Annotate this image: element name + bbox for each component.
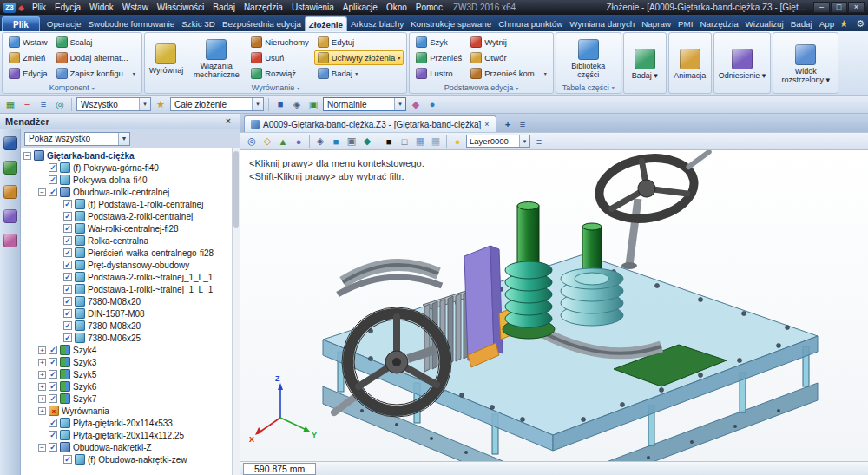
ribbon-button-otwór[interactable]: Otwór	[467, 50, 549, 65]
layer-select[interactable]: Layer0000▾	[466, 135, 530, 148]
extrude-icon[interactable]: ●	[292, 135, 306, 148]
visibility-checkbox[interactable]: ✓	[49, 370, 57, 379]
tree-scrollbar[interactable]	[232, 148, 240, 475]
visibility-checkbox[interactable]: ✓	[63, 236, 72, 245]
ribbon-button-scalaj[interactable]: Scalaj	[53, 35, 139, 49]
favorite-filter-icon[interactable]: ★	[154, 97, 168, 111]
ribbon-button-animacja[interactable]: Animacja	[672, 46, 708, 80]
ribbon-button-dodaj-alternat[interactable]: Dodaj alternat...	[53, 50, 139, 65]
visibility-checkbox[interactable]: ✓	[49, 394, 57, 403]
expand-icon[interactable]: +	[38, 407, 46, 415]
ribbon-tab-wymiana-danych[interactable]: Wymiana danych	[566, 16, 638, 31]
favorites-icon[interactable]: ★	[838, 17, 850, 30]
visibility-checkbox[interactable]: ✓	[49, 443, 57, 452]
ribbon-tab-chmura-punktów[interactable]: Chmura punktów	[495, 16, 566, 31]
minimize-button[interactable]: –	[813, 2, 830, 13]
ribbon-button-zapisz-konfigu[interactable]: Zapisz konfigu...▾	[53, 66, 139, 81]
file-menu-button[interactable]: Plik	[2, 16, 40, 31]
menu-właściwości[interactable]: Właściwości	[153, 3, 208, 12]
expand-icon[interactable]: +	[38, 383, 46, 391]
layer-manager-icon[interactable]: ≡	[532, 135, 546, 148]
tree-item-płyta-giętarki-20x114x533[interactable]: ✓Płyta-giętarki-20x114x533	[23, 417, 232, 429]
menu-narzędzia[interactable]: Narzędzia	[240, 3, 287, 12]
ribbon-tab-szkic-3d[interactable]: Szkic 3D	[178, 16, 219, 31]
new-tab-icon[interactable]: +	[502, 117, 515, 130]
ribbon-tab-arkusz-blachy[interactable]: Arkusz blachy	[347, 16, 407, 31]
visibility-checkbox[interactable]: ✓	[63, 285, 72, 294]
tree-item-f-podstawa-1-rolki-centralnej[interactable]: ✓(f) Podstawa-1-rolki-centralnej	[23, 198, 232, 210]
tree-item-giętarka-band-ciężka[interactable]: −Giętarka-band-ciężka	[23, 149, 232, 162]
visibility-checkbox[interactable]: ✓	[49, 346, 57, 354]
ribbon-button-edycja[interactable]: Edycja	[5, 66, 51, 81]
visibility-checkbox[interactable]: ✓	[63, 212, 72, 221]
ribbon-tab-pmi[interactable]: PMI	[674, 16, 696, 31]
assembly-panel-icon[interactable]	[3, 185, 17, 199]
display-state-icon[interactable]: ▣	[306, 97, 320, 111]
tree-item-7380-m06x25[interactable]: ✓7380-M06x25	[23, 332, 232, 344]
tree-item-szyk6[interactable]: +✓Szyk6	[23, 380, 232, 393]
display-mode-select[interactable]: Normalnie▾	[323, 97, 406, 111]
ribbon-button-lustro[interactable]: Lustro	[412, 66, 465, 81]
tree-item-obudowa-rolki-centralnej[interactable]: −✓Obudowa-rolki-centralnej	[23, 186, 232, 198]
ribbon-button-biblioteka-części[interactable]: Biblioteka części	[559, 36, 618, 79]
ribbon-button-wyrównaj[interactable]: Wyrównaj	[148, 41, 185, 75]
ribbon-tab-złożenie[interactable]: Złożenie	[305, 16, 347, 31]
section-icon[interactable]: ◆	[360, 135, 374, 148]
visibility-checkbox[interactable]: ✓	[63, 321, 72, 330]
layers-icon[interactable]: ▦	[3, 97, 17, 111]
dialog-launcher-icon[interactable]: ▾	[297, 85, 299, 91]
visibility-checkbox[interactable]: ✓	[63, 224, 72, 233]
visibility-checkbox[interactable]: ✓	[49, 419, 57, 427]
tree-item-f-pokrywa-górna-fi40[interactable]: ✓(f) Pokrywa-górna-fi40	[23, 162, 232, 174]
tree-item-wał-rolki-centralnej-fi28[interactable]: ✓Wał-rolki-centralnej-fi28	[23, 222, 232, 234]
menu-plik[interactable]: Plik	[28, 3, 50, 12]
menu-pomoc[interactable]: Pomoc	[411, 3, 447, 12]
ribbon-button-badaj[interactable]: Badaj▾	[314, 66, 404, 81]
tree-item-pokrywa-dolna-fi40[interactable]: ✓Pokrywa-dolna-fi40	[23, 174, 232, 186]
document-tab[interactable]: A0009-Giętarka-band-ciężka.Z3 - [Giętark…	[244, 115, 496, 132]
shaded-icon[interactable]: ■	[329, 135, 343, 148]
viewport-3d[interactable]: <Kliknij prawy> dla menu kontekstowego. …	[240, 150, 868, 461]
collapse-icon[interactable]: −	[38, 444, 46, 452]
tree-item-szyk4[interactable]: +✓Szyk4	[23, 344, 232, 356]
tree-item-pierścień-wałka-centralnego-fi28[interactable]: ✓Pierścień-wałka-centralnego-fi28	[23, 247, 232, 259]
ribbon-button-szyk[interactable]: Szyk	[412, 35, 465, 49]
sketch-icon[interactable]: ▲	[276, 135, 290, 148]
ribbon-button-przenieś-kom[interactable]: Przenieś kom...▾	[467, 66, 549, 81]
ribbon-tab-wizualizuj[interactable]: Wizualizuj	[742, 16, 787, 31]
menu-widok[interactable]: Widok	[85, 3, 118, 12]
visibility-checkbox[interactable]: ✓	[63, 333, 72, 342]
tree-item-szyk5[interactable]: +✓Szyk5	[23, 368, 232, 380]
visibility-checkbox[interactable]: ✓	[49, 163, 57, 172]
ribbon-button-przenieś[interactable]: Przenieś	[412, 50, 465, 65]
expand-icon[interactable]: +	[38, 371, 46, 379]
list-filter-icon[interactable]: ≡	[36, 97, 50, 111]
manager-panel-icon[interactable]	[3, 136, 17, 150]
ribbon-tab-operacje[interactable]: Operacje	[43, 16, 85, 31]
dialog-launcher-icon[interactable]: ▾	[612, 84, 615, 90]
ribbon-button-uchwyty-złożenia[interactable]: Uchwyty złożenia▾	[314, 50, 404, 65]
settings-gear-icon[interactable]: ⚙	[854, 17, 866, 30]
visibility-checkbox[interactable]: ✓	[49, 358, 57, 366]
layer-bulb-icon[interactable]: ●	[450, 135, 464, 148]
ribbon-button-wstaw[interactable]: Wstaw	[5, 35, 51, 49]
ribbon-button-rozwiąż[interactable]: Rozwiąż	[247, 66, 312, 81]
collapse-icon[interactable]: −	[23, 152, 31, 160]
ribbon-button-zmień[interactable]: Zmień	[5, 50, 51, 65]
handwheel-top[interactable]	[595, 150, 719, 269]
pick-target-icon[interactable]: ◎	[53, 97, 67, 111]
tree-item-7380-m08x20[interactable]: ✓7380-M08x20	[23, 295, 232, 307]
visibility-checkbox[interactable]: ✓	[63, 309, 72, 318]
ribbon-button-badaj[interactable]: Badaj ▾	[627, 46, 663, 80]
tree-item-podstawa-2-rolki-tralnej-1-l-1[interactable]: ✓Podstawa-2-rolki-~tralnej_1_L_1	[23, 271, 232, 283]
tree-item-szyk7[interactable]: +✓Szyk7	[23, 393, 232, 405]
wireframe-icon[interactable]: ◈	[313, 135, 327, 148]
ribbon-button-wiązania-mechaniczne[interactable]: Wiązania mechaniczne	[187, 36, 246, 79]
collapse-icon[interactable]: −	[38, 188, 46, 196]
blue-swatch-icon[interactable]: ▦	[413, 135, 427, 148]
expand-icon[interactable]: +	[38, 395, 46, 403]
remove-filter-icon[interactable]: −	[20, 97, 34, 111]
visualization-panel-icon[interactable]	[3, 209, 17, 223]
menu-ustawienia[interactable]: Ustawienia	[287, 3, 339, 12]
close-button[interactable]: ×	[848, 2, 865, 13]
